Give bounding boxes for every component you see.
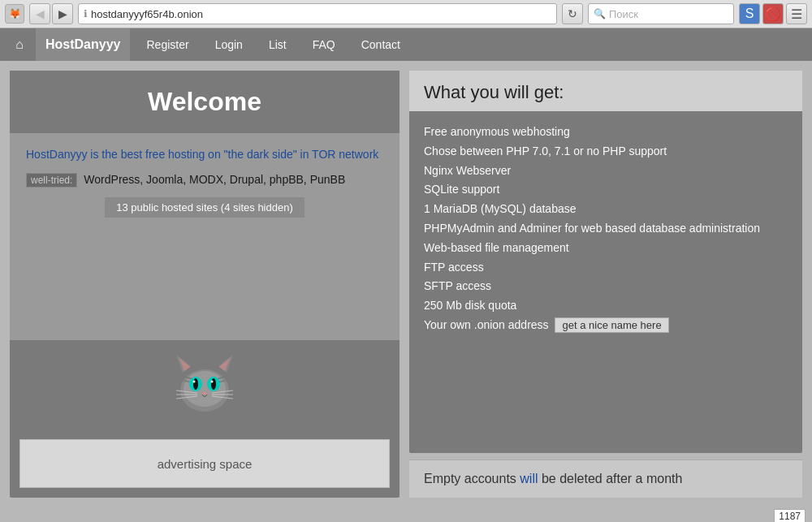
svg-point-14 (193, 381, 196, 383)
well-tried-row: well-tried: WordPress, Joomla, MODX, Dru… (26, 173, 383, 188)
wyg-item-1: Chose between PHP 7.0, 7.1 or no PHP sup… (424, 142, 788, 162)
svg-point-5 (184, 371, 226, 407)
wyg-item-9: 250 Mb disk quota (424, 296, 788, 316)
what-you-get-panel: What you will get: Free anonymous webhos… (409, 71, 802, 453)
welcome-description: HostDanyyy is the best free hosting on "… (26, 146, 383, 163)
block-button[interactable]: 🚫 (762, 3, 784, 24)
left-panel: Welcome HostDanyyy is the best free host… (10, 71, 400, 498)
welcome-body: HostDanyyy is the best free hosting on "… (10, 133, 400, 340)
well-tried-items: WordPress, Joomla, MODX, Drupal, phpBB, … (84, 173, 345, 186)
nav-register[interactable]: Register (133, 28, 201, 61)
counter-badge: 1187 (774, 509, 806, 522)
browser-chrome: 🦊 ◀ ▶ ℹ hostdanyyyf65r4b.onion ↻ 🔍 Поиск… (0, 0, 812, 28)
wyg-item-7: FTP access (424, 258, 788, 278)
home-icon: ⌂ (15, 37, 24, 52)
forward-button[interactable]: ▶ (52, 3, 73, 24)
svg-point-13 (211, 378, 216, 390)
wyg-item-10-text: Your own .onion address (424, 318, 549, 331)
svg-point-12 (193, 378, 198, 390)
skype-button[interactable]: S (739, 3, 760, 24)
search-bar[interactable]: 🔍 Поиск (588, 3, 734, 24)
wyg-item-0: Free anonymous webhosting (424, 123, 788, 142)
svg-point-15 (211, 381, 214, 383)
cat-image (168, 348, 241, 421)
advertising-space: advertising space (19, 439, 390, 488)
site-title[interactable]: HostDanyyy (36, 28, 130, 61)
wyg-item-3: SQLite support (424, 180, 788, 200)
refresh-button[interactable]: ↻ (562, 3, 583, 24)
nav-contact[interactable]: Contact (348, 28, 413, 61)
home-button[interactable]: ⌂ (6, 32, 32, 58)
wyg-item-8: SFTP access (424, 277, 788, 296)
sites-count-button[interactable]: 13 public hosted sites (4 sites hidden) (105, 197, 304, 218)
search-icon: 🔍 (594, 8, 606, 19)
hamburger-menu[interactable]: ☰ (786, 3, 807, 24)
welcome-title: Welcome (26, 87, 383, 117)
wyg-item-6: Web-based file management (424, 239, 788, 258)
back-button[interactable]: ◀ (29, 3, 50, 24)
wyg-item-4: 1 MariaDB (MySQL) database (424, 200, 788, 219)
url-bar[interactable]: ℹ hostdanyyyf65r4b.onion (78, 3, 557, 24)
wyg-item-5: PHPMyAdmin and Adminer for web based dat… (424, 219, 788, 239)
wyg-item-2: Nginx Webserver (424, 162, 788, 181)
right-panel: What you will get: Free anonymous webhos… (409, 71, 802, 498)
welcome-header: Welcome (10, 71, 400, 133)
navigation-bar: ⌂ HostDanyyy Register Login List FAQ Con… (0, 28, 812, 61)
empty-pre: Empty accounts (424, 472, 520, 485)
counter-bar: 1187 (0, 507, 812, 522)
action-buttons: S 🚫 ☰ (739, 3, 807, 24)
nav-login[interactable]: Login (202, 28, 256, 61)
nav-buttons: ◀ ▶ (29, 3, 73, 24)
wyg-header: What you will get: (409, 71, 802, 111)
empty-highlight: will (520, 472, 538, 485)
empty-post: be deleted after a month (538, 472, 683, 485)
nav-faq[interactable]: FAQ (300, 28, 348, 61)
nav-links: Register Login List FAQ Contact (133, 28, 412, 61)
page-content: Welcome HostDanyyy is the best free host… (0, 61, 812, 507)
browser-titlebar: 🦊 ◀ ▶ ℹ hostdanyyyf65r4b.onion ↻ 🔍 Поиск… (0, 0, 812, 28)
wyg-item-10: Your own .onion address get a nice name … (424, 316, 788, 335)
url-icon: ℹ (84, 8, 88, 19)
well-tried-badge: well-tried: (26, 173, 77, 188)
search-placeholder: Поиск (609, 8, 638, 20)
empty-accounts-notice: Empty accounts will be deleted after a m… (409, 459, 802, 498)
nav-list[interactable]: List (256, 28, 300, 61)
browser-app-menu[interactable]: 🦊 (5, 4, 24, 24)
url-text: hostdanyyyf65r4b.onion (91, 8, 551, 20)
nice-name-button[interactable]: get a nice name here (555, 317, 668, 333)
cat-image-area (10, 340, 400, 429)
wyg-list: Free anonymous webhosting Chose between … (409, 111, 802, 347)
